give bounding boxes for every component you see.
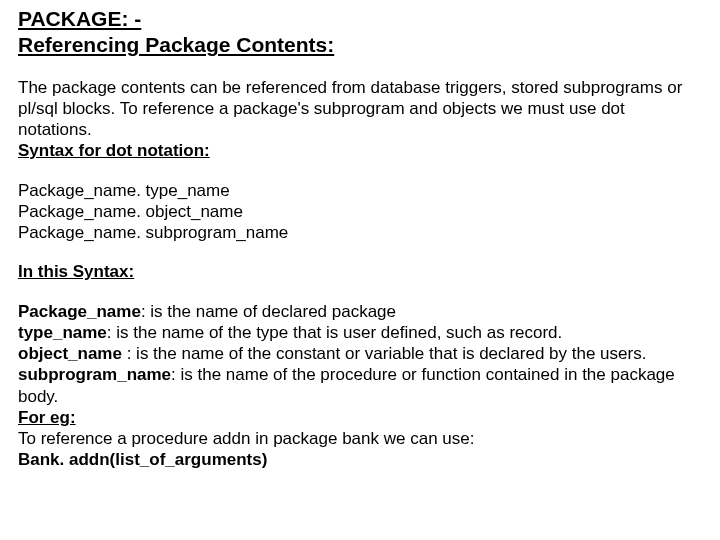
syntax-line-3: Package_name. subprogram_name <box>18 223 288 242</box>
def-type-name-desc: : is the name of the type that is user d… <box>107 323 562 342</box>
def-object-name-desc: : is the name of the constant or variabl… <box>122 344 646 363</box>
syntax-line-2: Package_name. object_name <box>18 202 243 221</box>
intro-text: The package contents can be referenced f… <box>18 78 682 140</box>
intro-block: The package contents can be referenced f… <box>18 77 702 162</box>
in-this-syntax-block: In this Syntax: <box>18 261 702 282</box>
title-line-1: PACKAGE: - <box>18 6 702 32</box>
example-call: Bank. addn(list_of_arguments) <box>18 450 267 469</box>
document-page: PACKAGE: - Referencing Package Contents:… <box>0 0 720 481</box>
def-package-name-desc: : is the name of declared package <box>141 302 396 321</box>
syntax-heading: Syntax for dot notation: <box>18 141 210 160</box>
title-line-2: Referencing Package Contents: <box>18 32 702 58</box>
def-subprogram-name-label: subprogram_name <box>18 365 171 384</box>
for-eg-label: For eg: <box>18 408 76 427</box>
def-package-name-label: Package_name <box>18 302 141 321</box>
definitions-block: Package_name: is the name of declared pa… <box>18 301 702 471</box>
def-type-name-label: type_name <box>18 323 107 342</box>
in-this-syntax-heading: In this Syntax: <box>18 262 134 281</box>
syntax-lines: Package_name. type_name Package_name. ob… <box>18 180 702 244</box>
def-object-name-label: object_name <box>18 344 122 363</box>
for-eg-line: To reference a procedure addn in package… <box>18 429 474 448</box>
syntax-line-1: Package_name. type_name <box>18 181 230 200</box>
